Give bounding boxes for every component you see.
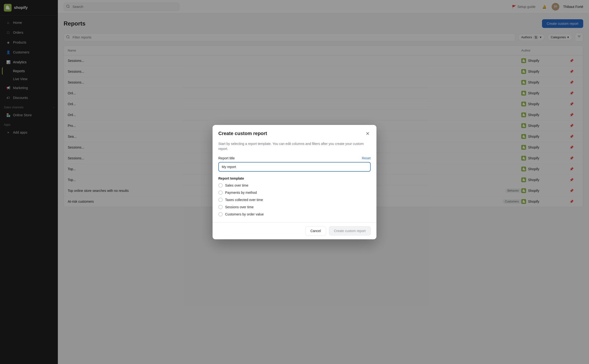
close-icon: ✕ [366, 131, 370, 136]
modal-description: Start by selecting a report template. Yo… [218, 141, 371, 151]
modal-title: Create custom report [218, 131, 267, 136]
radio-circle-payments-by-method [218, 190, 223, 195]
modal-body: Start by selecting a report template. Yo… [213, 141, 376, 222]
template-customers-by-order-value[interactable]: Customers by order value [218, 212, 371, 216]
report-title-label: Report title [218, 156, 235, 160]
template-payments-by-method[interactable]: Payments by method [218, 190, 371, 195]
radio-circle-taxes-collected [218, 198, 223, 202]
radio-circle-customers-by-order-value [218, 212, 223, 216]
cancel-button[interactable]: Cancel [305, 226, 326, 235]
template-taxes-collected-label: Taxes collected over time [225, 198, 263, 202]
template-payments-by-method-label: Payments by method [225, 191, 257, 195]
create-custom-report-modal: Create custom report ✕ Start by selectin… [213, 125, 376, 239]
template-taxes-collected[interactable]: Taxes collected over time [218, 198, 371, 202]
reset-button[interactable]: Reset [362, 156, 371, 160]
modal-overlay[interactable]: Create custom report ✕ Start by selectin… [0, 0, 589, 364]
report-template-section-title: Report template [218, 176, 371, 180]
modal-header: Create custom report ✕ [213, 125, 376, 141]
report-template-radio-group: Sales over time Payments by method Taxes… [218, 183, 371, 216]
modal-footer: Cancel Create custom report [213, 222, 376, 239]
template-customers-by-order-value-label: Customers by order value [225, 212, 264, 216]
radio-circle-sales-over-time [218, 183, 223, 188]
radio-circle-sessions-over-time [218, 205, 223, 209]
template-sessions-over-time-label: Sessions over time [225, 205, 254, 209]
template-sessions-over-time[interactable]: Sessions over time [218, 205, 371, 209]
report-title-field-label: Report title Reset [218, 156, 371, 160]
report-title-input[interactable] [218, 162, 371, 172]
template-sales-over-time-label: Sales over time [225, 183, 248, 187]
template-sales-over-time[interactable]: Sales over time [218, 183, 371, 188]
create-custom-report-modal-button: Create custom report [329, 226, 371, 235]
modal-close-button[interactable]: ✕ [365, 130, 371, 137]
